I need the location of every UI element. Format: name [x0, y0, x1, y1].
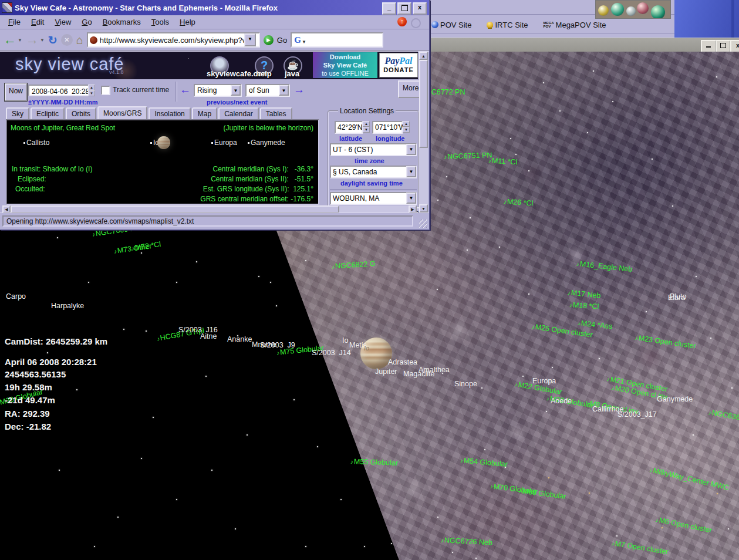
- scroll-thumb[interactable]: [11, 205, 339, 212]
- previous-event-arrow[interactable]: ←: [180, 83, 191, 96]
- close-button[interactable]: x: [730, 40, 739, 53]
- tab-ecliptic[interactable]: Ecliptic: [31, 107, 65, 119]
- menu-item-bookmarks[interactable]: Bookmarks: [98, 16, 146, 28]
- scroll-up-icon[interactable]: ▲: [419, 52, 428, 60]
- datetime-spinner[interactable]: ▲▼: [88, 85, 95, 96]
- menu-item-go[interactable]: Go: [77, 16, 96, 28]
- forward-dropdown-caret[interactable]: ▼: [40, 38, 45, 43]
- tab-moons-grs[interactable]: Moons/GRS: [97, 106, 147, 120]
- go-icon[interactable]: ▶: [264, 35, 274, 45]
- tab-calendar[interactable]: Calendar: [218, 107, 259, 119]
- star: [270, 282, 271, 283]
- firefox-toolbar: ←▼ →▼ ↻ × ⌂ http://www.skyviewcafe.com/s…: [0, 29, 429, 52]
- longitude-input[interactable]: 071°10'W: [372, 121, 403, 134]
- chevron-down-icon[interactable]: ▼: [406, 144, 416, 155]
- star: [528, 170, 529, 171]
- star: [546, 411, 547, 412]
- menu-item-file[interactable]: File: [4, 16, 25, 28]
- resize-grip[interactable]: [419, 220, 427, 228]
- longitude-spinner[interactable]: ▲▼: [403, 121, 410, 133]
- chevron-down-icon[interactable]: ▼: [279, 85, 289, 96]
- maximize-button[interactable]: [716, 40, 731, 53]
- reload-icon[interactable]: ↻: [48, 33, 58, 47]
- site-banner: sky view café v4.1.8 ? ☕ skyviewcafe.com…: [0, 52, 418, 79]
- site-favicon: [90, 36, 97, 44]
- bookmark-megapov-site[interactable]: MEGA POVMegaPOV Site: [544, 21, 606, 29]
- forward-icon[interactable]: →: [26, 32, 39, 48]
- back-dropdown-caret[interactable]: ▼: [18, 38, 22, 43]
- desktop-window-edge: [731, 0, 734, 39]
- chevron-down-icon[interactable]: ▼: [406, 166, 416, 177]
- chart-label-s-2003-j14: S/2003 J14: [312, 349, 351, 357]
- bookmark-irtc-site[interactable]: IRTC Site: [487, 21, 528, 29]
- now-button[interactable]: Now: [5, 83, 27, 101]
- chart-window-titlebar: x: [427, 38, 739, 52]
- menu-item-edit[interactable]: Edit: [26, 16, 49, 28]
- paypal-donate-button[interactable]: PayPal DONATE: [379, 53, 418, 77]
- java-link[interactable]: java: [285, 69, 299, 78]
- star: [146, 330, 147, 332]
- google-icon: G: [294, 35, 301, 45]
- tab-tables[interactable]: Tables: [260, 107, 292, 119]
- menu-item-help[interactable]: Help: [175, 16, 200, 28]
- back-icon[interactable]: ←: [4, 32, 16, 48]
- horizontal-scrollbar[interactable]: ◀ ▶: [2, 205, 417, 212]
- menu-item-tools[interactable]: Tools: [147, 16, 174, 28]
- latitude-spinner[interactable]: ▲▼: [363, 121, 370, 133]
- menu-item-view[interactable]: View: [50, 16, 76, 28]
- moons-grs-panel: Moons of Jupiter, Great Red Spot (Jupite…: [6, 119, 319, 205]
- vertical-scrollbar[interactable]: ▲ ▼: [419, 52, 428, 212]
- minimize-button[interactable]: [701, 40, 716, 53]
- star: [652, 158, 653, 160]
- datetime-input[interactable]: 2008-04-06 20:28: [28, 85, 95, 96]
- next-event-arrow[interactable]: →: [293, 83, 305, 96]
- download-offline-button[interactable]: Download Sky View Café to use OFFLINE: [313, 52, 377, 78]
- window-icon: [2, 2, 12, 13]
- star: [247, 434, 248, 436]
- latitude-input[interactable]: 42°29'N: [335, 121, 363, 134]
- secondary-notification-icon: [411, 18, 421, 28]
- stop-icon[interactable]: ×: [61, 34, 73, 46]
- help-link[interactable]: help: [256, 69, 272, 78]
- close-button[interactable]: x: [413, 2, 427, 15]
- star: [258, 276, 259, 277]
- star-amber: [717, 493, 718, 494]
- firefox-titlebar[interactable]: Sky View Cafe - Astronomy - Star Charts …: [0, 0, 429, 15]
- tab-orbits[interactable]: Orbits: [66, 107, 96, 119]
- chart-info-line: Dec: -21.82: [5, 421, 51, 431]
- chevron-down-icon[interactable]: ▼: [406, 193, 416, 204]
- track-time-checkbox[interactable]: [101, 86, 110, 95]
- star: [587, 132, 588, 133]
- bookmark-pov-site[interactable]: POV Site: [431, 21, 471, 29]
- scroll-down-icon[interactable]: ▼: [419, 204, 428, 212]
- star-amber: [589, 492, 590, 494]
- star: [593, 70, 594, 72]
- scroll-left-icon[interactable]: ◀: [2, 205, 11, 212]
- url-bar[interactable]: http://www.skyviewcafe.com/skyview.php?v…: [87, 32, 260, 48]
- minimize-button[interactable]: _: [382, 2, 396, 15]
- jupiter-mini-disk: [157, 136, 170, 149]
- search-engine-caret[interactable]: ▼: [302, 39, 306, 45]
- star: [437, 200, 438, 201]
- star: [123, 329, 124, 330]
- tab-sky[interactable]: Sky: [6, 107, 29, 119]
- city-select[interactable]: WOBURN, MA▼: [330, 192, 417, 205]
- scroll-right-icon[interactable]: ▶: [409, 205, 417, 212]
- event-type-select[interactable]: Rising▼: [194, 84, 242, 97]
- event-body-select[interactable]: of Sun▼: [245, 84, 290, 97]
- scroll-thumb[interactable]: [419, 60, 428, 148]
- update-notification-icon[interactable]: ↑: [397, 17, 407, 26]
- maximize-button[interactable]: [397, 2, 411, 15]
- home-icon[interactable]: ⌂: [76, 33, 83, 47]
- timezone-select[interactable]: UT - 6 (CST)▼: [330, 143, 417, 156]
- chevron-down-icon[interactable]: ▼: [231, 85, 241, 96]
- search-input[interactable]: G ▼: [291, 32, 383, 48]
- url-text[interactable]: http://www.skyviewcafe.com/skyview.php?v: [100, 36, 244, 45]
- url-dropdown-button[interactable]: ▼: [244, 33, 256, 46]
- tab-map[interactable]: Map: [192, 107, 217, 119]
- chart-label-adrastea: Adrastea: [388, 358, 417, 366]
- tab-insolation[interactable]: Insolation: [149, 107, 190, 119]
- dst-select[interactable]: § US, Canada▼: [330, 166, 417, 178]
- star: [475, 558, 477, 559]
- go-label[interactable]: Go: [277, 36, 287, 45]
